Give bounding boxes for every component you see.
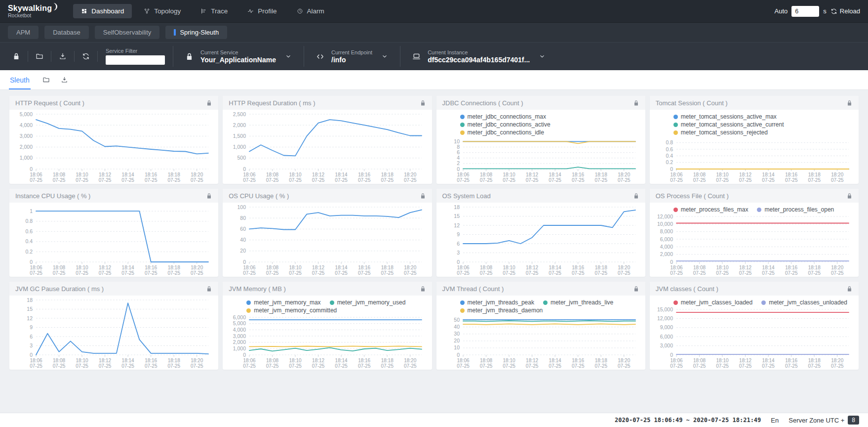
- auto-label: Auto: [775, 7, 788, 15]
- svg-text:07-25: 07-25: [571, 270, 584, 276]
- svg-text:18:14: 18:14: [549, 358, 561, 363]
- svg-text:18:20: 18:20: [191, 265, 203, 270]
- chart-plot: 10080604020018:0607-2518:0807-2518:1007-…: [226, 204, 429, 277]
- chevron-down-icon: [381, 53, 388, 60]
- legend-item[interactable]: meter_jdbc_connections_idle: [460, 129, 544, 136]
- dashboard-tab-database[interactable]: Database: [44, 26, 89, 39]
- legend-dot: [543, 300, 548, 305]
- svg-text:18:12: 18:12: [312, 358, 324, 363]
- svg-text:0: 0: [243, 352, 246, 358]
- svg-text:18:18: 18:18: [381, 265, 394, 270]
- chart-lock-button[interactable]: [206, 100, 212, 106]
- selector-label: Current Instance: [428, 49, 530, 55]
- chart-panel-body: 10080604020018:0607-2518:0807-2518:1007-…: [223, 203, 432, 277]
- dashboard-tab-label: Database: [53, 29, 80, 36]
- chart-lock-button[interactable]: [420, 100, 426, 106]
- service-filter-input[interactable]: [106, 55, 165, 65]
- download-button[interactable]: [51, 52, 74, 60]
- svg-text:07-25: 07-25: [762, 177, 775, 183]
- sleuth-folder-button[interactable]: [42, 70, 50, 89]
- svg-text:18:06: 18:06: [457, 265, 469, 270]
- selector-current-endpoint[interactable]: Current Endpoint/info: [304, 49, 400, 64]
- legend-item[interactable]: meter_process_files_max: [673, 206, 749, 213]
- legend-item[interactable]: meter_tomcat_sessions_rejected: [673, 129, 768, 136]
- reload-button[interactable]: Reload: [830, 7, 860, 15]
- sleuth-download-button[interactable]: [61, 70, 68, 89]
- svg-text:18:06: 18:06: [30, 265, 42, 270]
- chart-lock-button[interactable]: [633, 193, 639, 199]
- brand[interactable]: Skywalking Rocketbot: [8, 4, 58, 18]
- legend-item[interactable]: meter_jvm_classes_loaded: [673, 299, 752, 306]
- chart-lock-button[interactable]: [206, 193, 212, 199]
- legend-item[interactable]: meter_jvm_memory_max: [246, 299, 320, 306]
- svg-text:4,000: 4,000: [233, 327, 246, 333]
- chart-lock-button[interactable]: [846, 286, 853, 292]
- lock-icon: [185, 52, 194, 61]
- tab-sleuth[interactable]: Sleuth: [9, 70, 31, 89]
- chart-lock-button[interactable]: [206, 286, 212, 292]
- svg-text:18:18: 18:18: [381, 358, 394, 363]
- chart-lock-button[interactable]: [633, 100, 639, 106]
- legend-item[interactable]: meter_jvm_threads_peak: [460, 299, 534, 306]
- svg-text:9: 9: [30, 324, 33, 330]
- chart-lock-button[interactable]: [846, 193, 853, 199]
- nav-dashboard[interactable]: Dashboard: [73, 4, 132, 18]
- folder-button[interactable]: [28, 52, 51, 60]
- nav-label: Dashboard: [91, 7, 124, 15]
- svg-text:07-25: 07-25: [358, 177, 371, 183]
- legend-item[interactable]: meter_jvm_threads_live: [543, 299, 613, 306]
- dashboard-tab-spring-sleuth[interactable]: Spring-Sleuth: [165, 26, 227, 39]
- server-zone-value[interactable]: 8: [848, 416, 859, 425]
- svg-text:18:12: 18:12: [739, 265, 751, 270]
- lock-icon: [420, 286, 426, 292]
- lock-button[interactable]: [5, 52, 28, 60]
- svg-text:07-25: 07-25: [785, 270, 798, 276]
- svg-text:6,000: 6,000: [660, 236, 672, 242]
- chart-plot: 6,0005,0004,0003,0002,0001,000018:0607-2…: [226, 314, 429, 370]
- svg-text:07-25: 07-25: [191, 363, 203, 369]
- chart-lock-button[interactable]: [633, 286, 639, 292]
- language-selector[interactable]: En: [771, 417, 779, 424]
- svg-text:18:16: 18:16: [572, 172, 584, 177]
- chart-canvas: 181512963018:0607-2518:0807-2518:1007-25…: [439, 204, 642, 277]
- svg-text:18:08: 18:08: [480, 358, 492, 363]
- legend-item[interactable]: meter_jvm_memory_committed: [246, 307, 337, 314]
- svg-text:9,000: 9,000: [660, 324, 672, 330]
- chart-lock-button[interactable]: [846, 100, 853, 106]
- selector-current-service[interactable]: Current ServiceYour_ApplicationName: [173, 49, 304, 64]
- legend-item[interactable]: meter_jvm_memory_used: [330, 299, 406, 306]
- svg-text:18: 18: [27, 297, 33, 303]
- auto-interval-input[interactable]: [791, 6, 819, 17]
- nav-alarm[interactable]: Alarm: [289, 4, 332, 18]
- chart-legend: meter_jvm_threads_peakmeter_jvm_threads_…: [439, 297, 642, 314]
- legend-item[interactable]: meter_jdbc_connections_max: [460, 113, 546, 120]
- svg-text:18:14: 18:14: [762, 265, 774, 270]
- dashboard-tab-apm[interactable]: APM: [8, 26, 39, 39]
- nav-trace[interactable]: Trace: [193, 4, 236, 18]
- chart-lock-button[interactable]: [420, 193, 426, 199]
- nav-topology[interactable]: Topology: [136, 4, 189, 18]
- svg-text:18:16: 18:16: [145, 265, 157, 270]
- svg-text:07-25: 07-25: [594, 177, 607, 183]
- svg-text:18:06: 18:06: [243, 265, 256, 270]
- svg-text:3,000: 3,000: [233, 333, 246, 339]
- legend-item[interactable]: meter_jvm_threads_daemon: [460, 307, 543, 314]
- refresh-button[interactable]: [75, 52, 97, 60]
- svg-text:18:18: 18:18: [168, 172, 180, 177]
- laptop-icon: [412, 52, 421, 61]
- nav-profile[interactable]: Profile: [239, 4, 284, 18]
- time-range-picker[interactable]: 2020-07-25 18:06:49 ~ 2020-07-25 18:21:4…: [615, 417, 761, 424]
- legend-item[interactable]: meter_tomcat_sessions_active_max: [673, 113, 777, 120]
- svg-text:40: 40: [454, 324, 460, 330]
- legend-item[interactable]: meter_jvm_classes_unloaded: [761, 299, 847, 306]
- legend-item[interactable]: meter_tomcat_sessions_active_current: [673, 121, 784, 128]
- svg-text:18:06: 18:06: [670, 265, 682, 270]
- refresh-icon: [830, 8, 837, 15]
- dashboard-tab-selfobservability[interactable]: SelfObservability: [95, 26, 160, 39]
- svg-text:07-25: 07-25: [716, 177, 729, 183]
- selector-current-instance[interactable]: Current Instancedf5cc29cca094af4b165d740…: [400, 49, 557, 64]
- chart-lock-button[interactable]: [420, 286, 426, 292]
- legend-dot: [460, 308, 465, 313]
- legend-item[interactable]: meter_jdbc_connections_active: [460, 121, 551, 128]
- legend-item[interactable]: meter_process_files_open: [757, 206, 834, 213]
